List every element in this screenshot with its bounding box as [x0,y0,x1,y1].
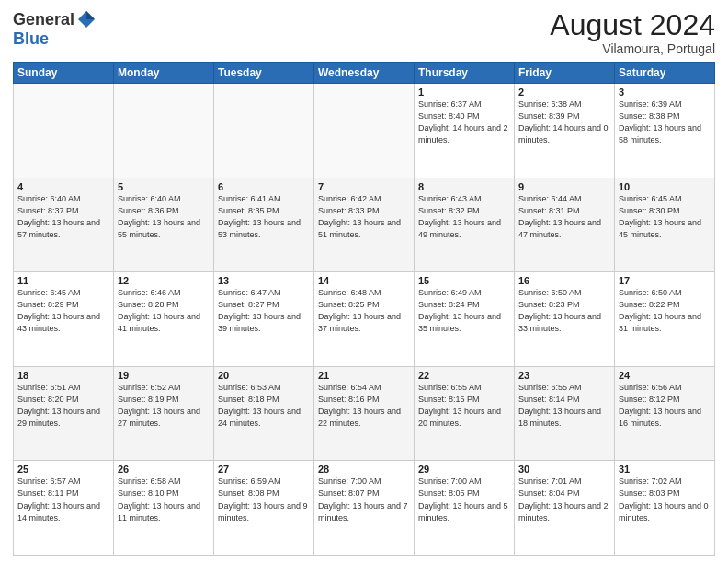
day-info: Sunrise: 6:39 AMSunset: 8:38 PMDaylight:… [619,98,711,146]
calendar-cell: 14Sunrise: 6:48 AMSunset: 8:25 PMDayligh… [314,272,415,367]
calendar-cell [114,84,214,178]
calendar-cell: 22Sunrise: 6:55 AMSunset: 8:15 PMDayligh… [415,366,515,461]
day-number: 18 [17,370,109,381]
calendar-cell: 20Sunrise: 6:53 AMSunset: 8:18 PMDayligh… [214,366,314,461]
day-header: Friday [515,63,615,84]
day-number: 14 [318,275,410,286]
day-header: Thursday [415,63,515,84]
calendar-cell: 19Sunrise: 6:52 AMSunset: 8:19 PMDayligh… [114,366,214,461]
day-info: Sunrise: 6:40 AMSunset: 8:37 PMDaylight:… [17,193,109,241]
day-info: Sunrise: 7:00 AMSunset: 8:05 PMDaylight:… [418,476,510,523]
day-info: Sunrise: 6:41 AMSunset: 8:35 PMDaylight:… [218,193,310,241]
day-number: 29 [418,464,510,475]
day-number: 5 [118,181,210,192]
day-header: Saturday [615,63,715,84]
logo: General Blue [13,9,97,49]
calendar-cell: 26Sunrise: 6:58 AMSunset: 8:10 PMDayligh… [114,461,214,556]
calendar-cell: 27Sunrise: 6:59 AMSunset: 8:08 PMDayligh… [214,461,314,556]
logo-text: General [13,9,97,29]
calendar-cell: 29Sunrise: 7:00 AMSunset: 8:05 PMDayligh… [415,461,515,556]
calendar-cell: 18Sunrise: 6:51 AMSunset: 8:20 PMDayligh… [14,366,114,461]
location: Vilamoura, Portugal [550,41,715,56]
day-info: Sunrise: 6:56 AMSunset: 8:12 PMDaylight:… [619,382,711,430]
calendar-cell: 24Sunrise: 6:56 AMSunset: 8:12 PMDayligh… [615,366,715,461]
day-info: Sunrise: 6:50 AMSunset: 8:22 PMDaylight:… [619,287,711,335]
calendar-week-row: 18Sunrise: 6:51 AMSunset: 8:20 PMDayligh… [14,366,715,461]
calendar-cell: 16Sunrise: 6:50 AMSunset: 8:23 PMDayligh… [515,272,615,367]
day-number: 25 [17,464,109,475]
calendar-cell: 23Sunrise: 6:55 AMSunset: 8:14 PMDayligh… [515,366,615,461]
day-number: 17 [619,275,711,286]
calendar-cell: 13Sunrise: 6:47 AMSunset: 8:27 PMDayligh… [214,272,314,367]
day-number: 7 [318,181,410,192]
title-block: August 2024 Vilamoura, Portugal [550,9,715,56]
day-number: 1 [418,86,510,98]
day-number: 3 [619,86,711,98]
calendar-cell: 5Sunrise: 6:40 AMSunset: 8:36 PMDaylight… [114,178,214,272]
day-number: 21 [318,370,410,381]
calendar-week-row: 4Sunrise: 6:40 AMSunset: 8:37 PMDaylight… [14,178,715,272]
calendar-cell: 3Sunrise: 6:39 AMSunset: 8:38 PMDaylight… [615,84,715,178]
logo-general: General [13,10,74,29]
day-info: Sunrise: 6:53 AMSunset: 8:18 PMDaylight:… [218,382,310,430]
calendar-cell: 1Sunrise: 6:37 AMSunset: 8:40 PMDaylight… [415,84,515,178]
calendar-cell [214,84,314,178]
day-info: Sunrise: 6:47 AMSunset: 8:27 PMDaylight:… [218,287,310,335]
calendar-cell: 8Sunrise: 6:43 AMSunset: 8:32 PMDaylight… [415,178,515,272]
day-info: Sunrise: 6:51 AMSunset: 8:20 PMDaylight:… [17,382,109,430]
day-number: 28 [318,464,410,475]
day-info: Sunrise: 6:45 AMSunset: 8:29 PMDaylight:… [17,287,109,335]
calendar-cell: 31Sunrise: 7:02 AMSunset: 8:03 PMDayligh… [615,461,715,556]
day-number: 27 [218,464,310,475]
day-info: Sunrise: 6:55 AMSunset: 8:14 PMDaylight:… [518,382,610,430]
calendar-cell: 25Sunrise: 6:57 AMSunset: 8:11 PMDayligh… [14,461,114,556]
day-number: 22 [418,370,510,381]
day-info: Sunrise: 7:01 AMSunset: 8:04 PMDaylight:… [518,476,610,523]
calendar-cell: 21Sunrise: 6:54 AMSunset: 8:16 PMDayligh… [314,366,415,461]
calendar-cell: 12Sunrise: 6:46 AMSunset: 8:28 PMDayligh… [114,272,214,367]
calendar-cell: 28Sunrise: 7:00 AMSunset: 8:07 PMDayligh… [314,461,415,556]
calendar-cell: 2Sunrise: 6:38 AMSunset: 8:39 PMDaylight… [515,84,615,178]
calendar-cell: 6Sunrise: 6:41 AMSunset: 8:35 PMDaylight… [214,178,314,272]
calendar-week-row: 11Sunrise: 6:45 AMSunset: 8:29 PMDayligh… [14,272,715,367]
day-info: Sunrise: 6:54 AMSunset: 8:16 PMDaylight:… [318,382,410,430]
day-number: 13 [218,275,310,286]
svg-marker-1 [86,11,95,19]
day-info: Sunrise: 6:59 AMSunset: 8:08 PMDaylight:… [218,476,310,523]
day-info: Sunrise: 6:48 AMSunset: 8:25 PMDaylight:… [318,287,410,335]
day-info: Sunrise: 6:58 AMSunset: 8:10 PMDaylight:… [118,476,210,523]
day-number: 19 [118,370,210,381]
calendar-cell: 30Sunrise: 7:01 AMSunset: 8:04 PMDayligh… [515,461,615,556]
logo-icon [76,9,97,29]
day-header: Monday [114,63,214,84]
day-info: Sunrise: 6:52 AMSunset: 8:19 PMDaylight:… [118,382,210,430]
calendar-week-row: 1Sunrise: 6:37 AMSunset: 8:40 PMDaylight… [14,84,715,178]
day-number: 9 [518,181,610,192]
day-number: 16 [518,275,610,286]
calendar-cell: 7Sunrise: 6:42 AMSunset: 8:33 PMDaylight… [314,178,415,272]
calendar-cell: 10Sunrise: 6:45 AMSunset: 8:30 PMDayligh… [615,178,715,272]
calendar-cell [314,84,415,178]
day-number: 12 [118,275,210,286]
day-info: Sunrise: 6:44 AMSunset: 8:31 PMDaylight:… [518,193,610,241]
day-number: 15 [418,275,510,286]
day-info: Sunrise: 6:46 AMSunset: 8:28 PMDaylight:… [118,287,210,335]
day-info: Sunrise: 6:45 AMSunset: 8:30 PMDaylight:… [619,193,711,241]
day-number: 2 [518,86,610,98]
day-info: Sunrise: 6:57 AMSunset: 8:11 PMDaylight:… [17,476,109,523]
page: General Blue August 2024 Vilamoura, Port… [0,0,728,563]
calendar-cell: 11Sunrise: 6:45 AMSunset: 8:29 PMDayligh… [14,272,114,367]
day-number: 11 [17,275,109,286]
day-info: Sunrise: 6:37 AMSunset: 8:40 PMDaylight:… [418,98,510,146]
calendar-header-row: SundayMondayTuesdayWednesdayThursdayFrid… [14,63,715,84]
day-header: Sunday [14,63,114,84]
calendar-week-row: 25Sunrise: 6:57 AMSunset: 8:11 PMDayligh… [14,461,715,556]
day-number: 20 [218,370,310,381]
day-number: 26 [118,464,210,475]
day-info: Sunrise: 6:40 AMSunset: 8:36 PMDaylight:… [118,193,210,241]
day-info: Sunrise: 6:49 AMSunset: 8:24 PMDaylight:… [418,287,510,335]
day-info: Sunrise: 6:42 AMSunset: 8:33 PMDaylight:… [318,193,410,241]
day-info: Sunrise: 6:55 AMSunset: 8:15 PMDaylight:… [418,382,510,430]
day-info: Sunrise: 6:43 AMSunset: 8:32 PMDaylight:… [418,193,510,241]
calendar-cell: 4Sunrise: 6:40 AMSunset: 8:37 PMDaylight… [14,178,114,272]
